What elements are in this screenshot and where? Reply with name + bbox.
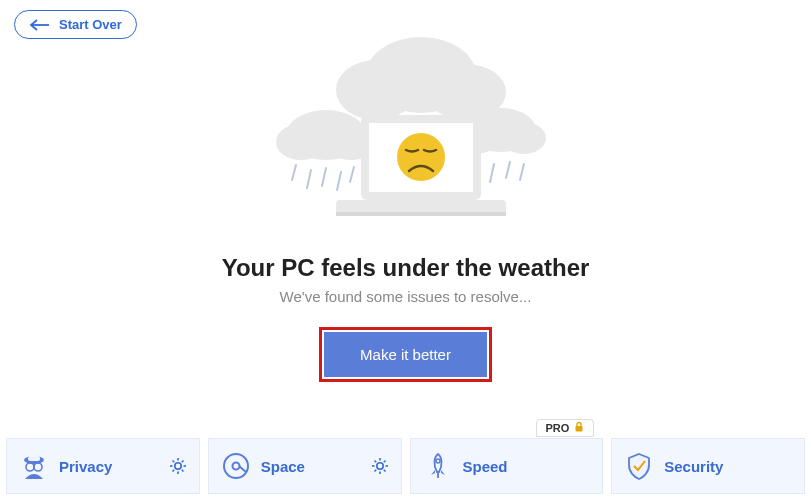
category-cards: Privacy Space PRO [6,438,805,494]
svg-line-10 [337,172,341,190]
svg-point-39 [232,463,239,470]
space-label: Space [261,458,371,475]
privacy-label: Privacy [59,458,169,475]
svg-point-5 [276,124,326,160]
svg-line-17 [506,162,510,178]
space-card[interactable]: Space [208,438,402,494]
speed-card[interactable]: PRO Speed [410,438,604,494]
svg-line-35 [182,470,184,472]
spy-icon [19,451,49,481]
sad-laptop-illustration [226,20,586,240]
pro-label: PRO [545,422,569,434]
svg-line-34 [172,461,174,463]
disk-icon [221,451,251,481]
security-card[interactable]: Security [611,438,805,494]
svg-point-38 [224,454,248,478]
svg-line-40 [239,466,246,472]
privacy-card[interactable]: Privacy [6,438,200,494]
speed-label: Speed [463,458,591,475]
svg-line-9 [322,168,326,186]
svg-rect-22 [336,212,506,216]
svg-point-14 [502,122,546,154]
cta-highlight: Make it better [319,327,492,382]
svg-line-37 [172,470,174,472]
main-panel: Your PC feels under the weather We've fo… [0,20,811,382]
svg-line-36 [182,461,184,463]
svg-line-49 [374,470,376,472]
svg-line-7 [292,165,296,180]
subline: We've found some issues to resolve... [280,288,532,305]
svg-point-23 [397,133,445,181]
svg-rect-25 [28,456,40,461]
svg-line-16 [490,164,494,182]
gear-icon[interactable] [169,457,187,475]
svg-point-41 [376,463,382,469]
svg-line-46 [374,461,376,463]
pro-badge: PRO [536,419,594,437]
svg-line-47 [383,470,385,472]
shield-icon [624,451,654,481]
rocket-icon [423,451,453,481]
lock-icon [573,421,585,435]
svg-point-27 [34,463,42,471]
svg-rect-50 [576,426,583,432]
security-label: Security [664,458,792,475]
gear-icon[interactable] [371,457,389,475]
make-it-better-button[interactable]: Make it better [324,332,487,377]
svg-point-26 [26,463,34,471]
svg-line-8 [307,170,311,188]
svg-point-29 [175,463,181,469]
headline: Your PC feels under the weather [222,254,590,282]
svg-line-18 [520,164,524,180]
svg-line-48 [383,461,385,463]
svg-point-51 [436,459,440,463]
svg-point-2 [336,60,416,120]
svg-line-11 [350,167,354,182]
